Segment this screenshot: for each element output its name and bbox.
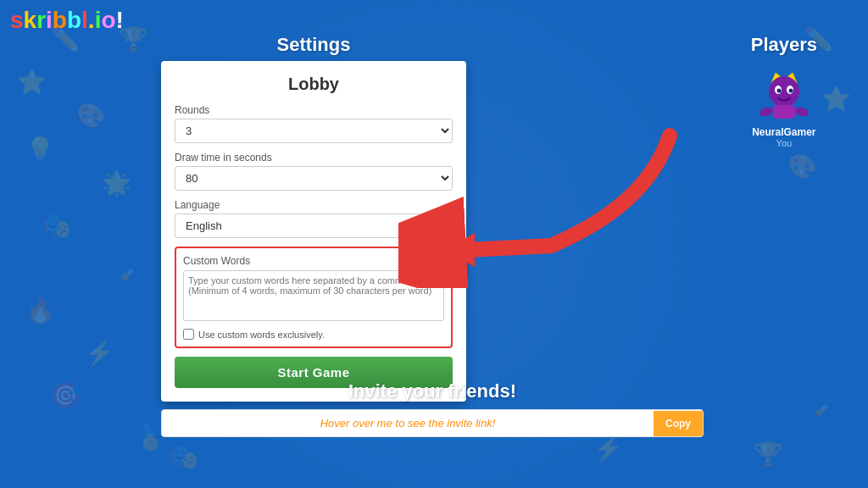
language-group: Language English German French Spanish <box>175 199 453 238</box>
svg-point-10 <box>794 106 810 118</box>
logo-letter-o: o <box>101 7 115 33</box>
custom-words-textarea[interactable] <box>183 270 444 321</box>
rounds-select[interactable]: 2 3 4 5 6 7 8 <box>175 119 453 143</box>
invite-bar: Hover over me to see the invite link! Co… <box>161 409 704 437</box>
players-title: Players <box>751 34 817 56</box>
svg-point-7 <box>788 89 793 93</box>
player-you-badge: You <box>776 138 793 148</box>
draw-time-label: Draw time in seconds <box>175 152 453 164</box>
logo-letter-k: k <box>24 7 37 33</box>
exclusive-checkbox-row: Use custom words exclusively. <box>183 329 444 340</box>
lobby-title: Lobby <box>175 75 453 94</box>
player-name: NeuralGamer <box>752 126 815 138</box>
invite-link-text: Hover over me to see the invite link! <box>162 410 654 436</box>
logo-letter-b2: b <box>67 7 81 33</box>
custom-words-section: Custom Words Use custom words exclusivel… <box>175 247 453 348</box>
copy-button[interactable]: Copy <box>654 411 703 436</box>
svg-point-3 <box>769 76 799 107</box>
player-container: NeuralGamer You <box>751 64 817 148</box>
exclusive-checkbox[interactable] <box>183 329 194 340</box>
settings-section: Settings Lobby Rounds 2 3 4 5 6 7 8 Draw… <box>161 34 466 402</box>
app-logo: skribbl.io! <box>10 7 124 34</box>
svg-point-9 <box>759 106 774 118</box>
players-section: Players <box>751 34 817 148</box>
logo-letter-s: s <box>10 7 24 33</box>
draw-time-group: Draw time in seconds 30 45 60 80 90 100 … <box>175 152 453 191</box>
custom-words-label: Custom Words <box>183 255 444 267</box>
logo-exclamation: ! <box>116 7 124 33</box>
logo-letter-i: i <box>46 7 53 33</box>
rounds-label: Rounds <box>175 104 453 116</box>
player-avatar <box>754 64 814 124</box>
logo-letter-r: r <box>36 7 46 33</box>
settings-title: Settings <box>161 34 466 56</box>
logo-letter-l: l <box>81 7 88 33</box>
language-select[interactable]: English German French Spanish <box>175 214 453 238</box>
logo-letter-b1: b <box>53 7 67 33</box>
logo-dot: . <box>88 7 95 33</box>
draw-time-select[interactable]: 30 45 60 80 90 100 120 150 180 <box>175 166 453 191</box>
svg-rect-8 <box>773 105 795 119</box>
rounds-group: Rounds 2 3 4 5 6 7 8 <box>175 104 453 143</box>
svg-point-6 <box>776 89 781 93</box>
language-label: Language <box>175 199 453 211</box>
lobby-card: Lobby Rounds 2 3 4 5 6 7 8 Draw time in … <box>161 61 466 402</box>
invite-section: Invite your friends! Hover over me to se… <box>161 380 704 437</box>
exclusive-label[interactable]: Use custom words exclusively. <box>198 330 325 340</box>
invite-title: Invite your friends! <box>161 380 704 402</box>
